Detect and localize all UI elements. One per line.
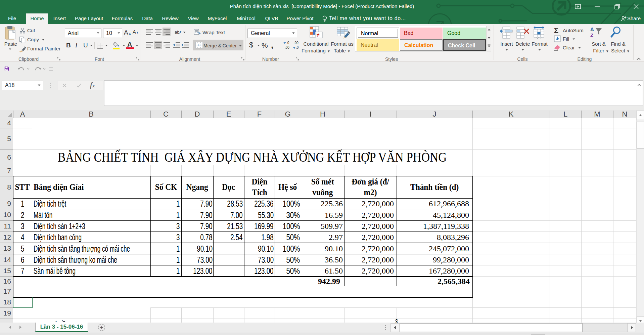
svg-text:ab: ab — [175, 30, 179, 35]
svg-text:Z: Z — [590, 32, 593, 38]
svg-text:A: A — [590, 26, 594, 32]
svg-text:≠: ≠ — [317, 32, 320, 38]
